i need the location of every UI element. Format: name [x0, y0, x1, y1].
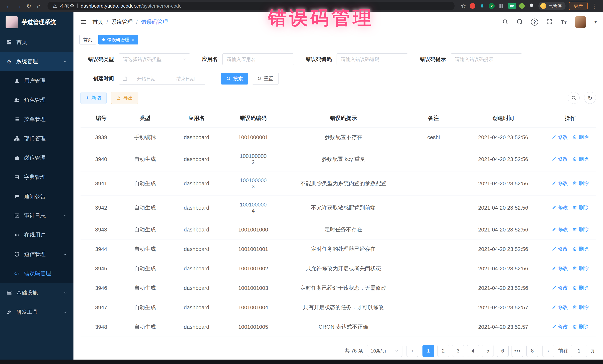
sidebar-item-home[interactable]: 首页 [0, 33, 73, 52]
extension-drop-icon[interactable] [478, 2, 486, 10]
profile-badge[interactable]: 已暂停 [538, 2, 566, 10]
sidebar-item-devtools[interactable]: 研发工具 [0, 302, 73, 322]
extension-leaf-icon[interactable] [519, 3, 525, 9]
page-button-3[interactable]: 3 [452, 345, 464, 357]
page-button-1[interactable]: 1 [422, 345, 434, 357]
table-cell: dashboard [168, 298, 225, 317]
table-cell: 2021-04-20 23:52:57 [462, 317, 544, 337]
delete-link[interactable]: 删除 [572, 265, 589, 272]
sidebar-item-label: 审计日志 [24, 212, 46, 220]
search-icon[interactable] [502, 19, 508, 26]
delete-link[interactable]: 删除 [572, 156, 589, 162]
page-button-2[interactable]: 2 [437, 345, 449, 357]
fullscreen-icon[interactable] [546, 19, 553, 26]
font-size-icon[interactable]: TT [561, 19, 567, 25]
error-code-input[interactable] [336, 53, 408, 65]
export-button[interactable]: 导出 [111, 92, 139, 104]
bookmark-star-icon[interactable]: ☆ [458, 1, 468, 11]
url-path: /system/error-code [141, 3, 182, 9]
date-range-picker[interactable]: - [119, 73, 206, 85]
edit-link[interactable]: 修改 [552, 285, 568, 291]
header-actions: ? TT ▾ [502, 16, 597, 28]
delete-link[interactable]: 删除 [572, 246, 589, 252]
start-date-input[interactable] [129, 76, 163, 81]
table-cell: 自动生成 [122, 196, 168, 220]
table-cell: 2021-04-20 23:52:56 [462, 259, 544, 278]
table-cell: 3948 [81, 317, 122, 337]
sidebar-item-error-code[interactable]: 错误码管理 [0, 264, 73, 283]
error-type-select[interactable] [119, 53, 190, 65]
search-button[interactable]: 搜索 [221, 73, 248, 85]
code-icon [14, 270, 20, 277]
back-icon[interactable]: ← [4, 1, 14, 11]
breadcrumb-system[interactable]: 系统管理 [111, 18, 133, 26]
delete-link[interactable]: 删除 [572, 134, 589, 141]
prev-page-button[interactable]: ‹ [406, 345, 418, 357]
sidebar-item-dept[interactable]: 部门管理 [0, 129, 73, 148]
extension-red-icon[interactable] [470, 3, 475, 9]
delete-link[interactable]: 删除 [572, 226, 589, 233]
page-button-6[interactable]: 6 [497, 345, 509, 357]
reload-icon[interactable]: ↻ [24, 1, 34, 11]
edit-link[interactable]: 修改 [552, 134, 568, 141]
forward-icon[interactable]: → [14, 1, 24, 11]
tab-error-code[interactable]: 错误码管理 × [98, 35, 138, 44]
home-icon[interactable]: ⌂ [34, 1, 44, 11]
toggle-search-button[interactable] [568, 92, 580, 104]
sidebar-item-sms[interactable]: 短信管理 [0, 245, 73, 264]
edit-link[interactable]: 修改 [552, 226, 568, 233]
collapse-menu-icon[interactable] [80, 19, 87, 26]
refresh-table-button[interactable]: ↻ [584, 92, 596, 104]
edit-link[interactable]: 修改 [552, 156, 568, 162]
delete-link[interactable]: 删除 [572, 304, 589, 311]
app-name-input[interactable] [222, 53, 294, 65]
edit-link[interactable]: 修改 [552, 180, 568, 187]
edit-link[interactable]: 修改 [552, 323, 568, 330]
sidebar-item-user[interactable]: 用户管理 [0, 71, 73, 90]
sidebar-item-system[interactable]: ⚙系统管理 [0, 52, 73, 71]
page-button-4[interactable]: 4 [467, 345, 479, 357]
sidebar-item-menu[interactable]: 菜单管理 [0, 110, 73, 129]
extensions-puzzle-icon[interactable] [528, 2, 535, 10]
error-type-select-input[interactable] [119, 53, 190, 65]
sidebar-item-audit-log[interactable]: 审计日志 [0, 206, 73, 225]
page-size-select[interactable]: 10条/页 [367, 345, 402, 357]
help-icon[interactable]: ? [531, 19, 538, 26]
extension-v-icon[interactable]: V [489, 3, 495, 9]
add-button[interactable]: + 新增 [81, 92, 106, 104]
sidebar-item-online-user[interactable]: 在线用户 [0, 225, 73, 245]
delete-link[interactable]: 删除 [572, 204, 589, 211]
tab-close-icon[interactable]: × [132, 37, 134, 42]
sidebar-item-notice[interactable]: 通知公告 [0, 187, 73, 206]
github-icon[interactable] [517, 19, 523, 26]
breadcrumb-home[interactable]: 首页 [93, 18, 103, 26]
sidebar-item-role[interactable]: 角色管理 [0, 90, 73, 110]
edit-link[interactable]: 修改 [552, 304, 568, 311]
update-button[interactable]: 更新 [569, 2, 588, 10]
delete-link[interactable]: 删除 [572, 180, 589, 187]
delete-link[interactable]: 删除 [572, 285, 589, 291]
sidebar-item-infra[interactable]: 基础设施 [0, 283, 73, 302]
next-page-button[interactable]: › [542, 345, 554, 357]
more-pages-button[interactable]: ••• [511, 345, 523, 357]
edit-link[interactable]: 修改 [552, 246, 568, 252]
edit-link[interactable]: 修改 [552, 204, 568, 211]
sidebar-item-dict[interactable]: 字典管理 [0, 167, 73, 187]
kebab-menu-icon[interactable]: ⋮ [589, 1, 599, 11]
address-bar[interactable]: ⚠ 不安全 dashboard.yudao.iocoder.cn/system/… [47, 2, 454, 10]
extension-on-icon[interactable]: on [508, 3, 516, 9]
goto-page-input[interactable] [571, 345, 587, 357]
page-button-8[interactable]: 8 [526, 345, 538, 357]
chevron-down-icon[interactable]: ▾ [594, 20, 597, 25]
page-button-5[interactable]: 5 [482, 345, 494, 357]
end-date-input[interactable] [168, 76, 202, 81]
user-avatar[interactable] [575, 16, 586, 28]
tab-home[interactable]: 首页 [79, 35, 96, 44]
error-hint-input[interactable] [451, 53, 522, 65]
sidebar-item-post[interactable]: 岗位管理 [0, 148, 73, 167]
extension-grid-icon[interactable] [498, 2, 505, 10]
chevron-down-icon [394, 349, 399, 353]
delete-link[interactable]: 删除 [572, 323, 589, 330]
reset-button[interactable]: ↻ 重置 [252, 73, 279, 85]
edit-link[interactable]: 修改 [552, 265, 568, 272]
